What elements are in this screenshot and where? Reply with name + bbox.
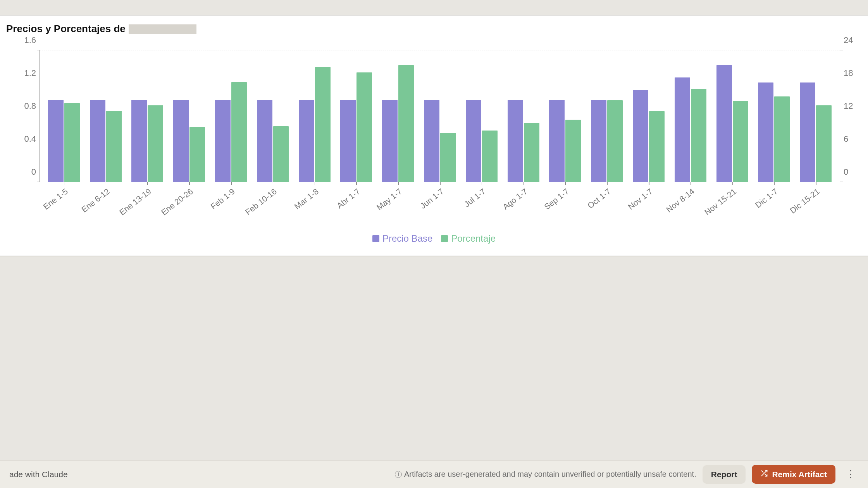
x-tick-label: Feb 1-9 (209, 187, 237, 211)
legend-item-precio: Precio Base (372, 233, 432, 244)
bar-porcentaje (816, 105, 832, 182)
more-menu-button[interactable]: ⋮ (842, 466, 859, 483)
y-right-tick-label: 0 (840, 167, 848, 177)
x-tick (64, 182, 65, 185)
y-left-tick (37, 50, 40, 51)
x-label-cell: Nov 15-21 (711, 182, 753, 213)
x-tick (398, 182, 399, 185)
warning-text: Artifacts are user-generated and may con… (404, 470, 696, 479)
x-tick-label: Abr 1-7 (335, 187, 362, 210)
x-tick (106, 182, 107, 185)
x-tick (315, 182, 315, 185)
x-axis-labels: Ene 1-5Ene 6-12Ene 13-19Ene 20-26Feb 1-9… (40, 182, 840, 213)
x-tick (482, 182, 482, 185)
bar-group (127, 50, 169, 182)
y-left-tick-label: 0.8 (24, 101, 40, 111)
x-tick (356, 182, 357, 185)
bar-precio (382, 100, 398, 182)
y-left-tick (37, 182, 40, 182)
bar-precio (800, 82, 815, 182)
bar-group (294, 50, 336, 182)
bar-group (795, 50, 837, 182)
bar-group (210, 50, 252, 182)
bar-porcentaje (607, 100, 623, 182)
y-left-tick (37, 149, 40, 149)
x-tick (273, 182, 274, 185)
bar-precio (508, 100, 523, 182)
bar-group (461, 50, 503, 182)
legend-item-porcentaje: Porcentaje (441, 233, 496, 244)
bar-porcentaje (189, 127, 205, 182)
bar-porcentaje (273, 126, 289, 182)
x-label-cell: Sep 1-7 (544, 182, 586, 213)
y-right-tick (840, 116, 843, 117)
bar-porcentaje (315, 67, 331, 182)
artifact-warning: i Artifacts are user-generated and may c… (395, 470, 696, 479)
x-label-cell: Ago 1-7 (503, 182, 544, 213)
x-tick (649, 182, 649, 185)
bar-group (711, 50, 753, 182)
x-label-cell: May 1-7 (377, 182, 419, 213)
bar-porcentaje (691, 89, 706, 182)
bar-porcentaje (524, 123, 539, 182)
x-label-cell: Dic 15-21 (795, 182, 837, 213)
x-tick-label: Jul 1-7 (462, 187, 487, 209)
bar-group (336, 50, 377, 182)
y-right-tick (840, 83, 843, 84)
bar-precio (340, 100, 356, 182)
bar-precio (424, 100, 439, 182)
chart-panel: Precios y Porcentajes de Ene 1-5Ene 6-12… (0, 15, 868, 256)
bar-porcentaje (774, 96, 790, 182)
y-right-tick-label: 18 (840, 68, 853, 78)
x-label-cell: Jun 1-7 (419, 182, 461, 213)
bar-precio (215, 100, 231, 182)
bar-porcentaje (231, 82, 247, 182)
y-right-tick (840, 149, 843, 149)
x-tick (440, 182, 441, 185)
legend: Precio Base Porcentaje (5, 233, 863, 244)
bar-porcentaje (482, 131, 498, 182)
x-tick-label: Jun 1-7 (418, 187, 446, 211)
remix-label: Remix Artifact (772, 470, 827, 479)
remix-artifact-button[interactable]: Remix Artifact (752, 465, 835, 484)
y-left-tick-label: 0.4 (24, 134, 40, 144)
bar-group (753, 50, 795, 182)
x-tick-label: Ene 1-5 (41, 187, 70, 211)
bars-container (40, 50, 840, 182)
y-right-tick (840, 50, 843, 51)
y-right-tick (840, 182, 843, 182)
bar-precio (48, 100, 64, 182)
x-label-cell: Oct 1-7 (586, 182, 628, 213)
info-icon: i (395, 471, 402, 478)
bar-group (252, 50, 294, 182)
x-label-cell: Nov 1-7 (628, 182, 670, 213)
title-redacted (129, 24, 196, 34)
bar-group (43, 50, 85, 182)
x-label-cell: Ene 1-5 (43, 182, 85, 213)
bar-group (503, 50, 544, 182)
bar-precio (257, 100, 272, 182)
bar-group (628, 50, 670, 182)
bar-precio (131, 100, 147, 182)
x-tick (774, 182, 775, 185)
bar-precio (758, 82, 773, 182)
bar-porcentaje (148, 105, 163, 182)
bar-precio (466, 100, 481, 182)
bar-precio (549, 100, 565, 182)
x-tick-label: Nov 8-14 (665, 187, 696, 214)
bar-porcentaje (649, 111, 665, 182)
x-tick-label: May 1-7 (375, 187, 404, 212)
bar-porcentaje (106, 111, 122, 182)
x-label-cell: Mar 1-8 (294, 182, 336, 213)
x-label-cell: Feb 10-16 (252, 182, 294, 213)
x-tick (565, 182, 566, 185)
shuffle-icon (760, 469, 768, 479)
x-label-cell: Abr 1-7 (336, 182, 377, 213)
grid-line (40, 50, 840, 50)
report-button[interactable]: Report (703, 465, 746, 484)
x-tick-label: Nov 1-7 (626, 187, 654, 211)
bar-group (419, 50, 461, 182)
bar-group (377, 50, 419, 182)
grid-line (40, 149, 840, 149)
x-tick (691, 182, 691, 185)
